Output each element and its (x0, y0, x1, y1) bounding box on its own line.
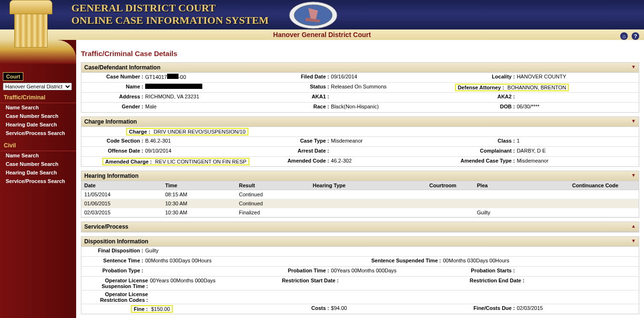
probation-time-value: 00Years 00Months 000Days (331, 268, 396, 275)
charge-label: Charge : (129, 129, 152, 135)
op-lic-restr-label: Operator License Restriction Codes : (83, 291, 150, 303)
sidebar-traffic-name-search[interactable]: Name Search (0, 103, 76, 112)
probation-time-label: Probation Time : (269, 268, 331, 275)
hearing-plea: Guilty (474, 208, 569, 217)
service-process-section: Service/Process ▲ (81, 222, 639, 232)
class-label: Class : (455, 138, 517, 145)
fine-value: $150.00 (151, 306, 170, 312)
filed-date-value: 09/16/2014 (331, 74, 357, 81)
hearing-table-header: Date Time Result Hearing Type Courtroom … (81, 181, 639, 190)
hearing-result: Finalized (236, 208, 310, 217)
collapse-icon[interactable]: ▼ (631, 64, 636, 69)
fine-costs-due-label: Fine/Costs Due : (455, 305, 517, 313)
sidebar-traffic-case-number-search[interactable]: Case Number Search (0, 112, 76, 120)
costs-value: $94.00 (331, 305, 347, 313)
charge-value: DRIV UNDER REVO/SUSPENSION/10 (154, 129, 246, 135)
case-number-label: Case Number : (83, 74, 145, 81)
sidebar-traffic-service-process-search[interactable]: Service/Process Search (0, 129, 76, 137)
collapse-icon[interactable]: ▼ (631, 118, 636, 124)
sidebar-civil-heading: Civil (0, 140, 76, 151)
hearing-result: Continued (236, 190, 310, 199)
code-section-value: B.46.2-301 (145, 138, 171, 145)
address-label: Address : (83, 94, 145, 101)
table-row: 11/05/201408:15 AMContinued (81, 190, 639, 199)
disposition-heading[interactable]: Disposition Information ▼ (81, 237, 639, 247)
race-label: Race : (269, 104, 331, 111)
expand-icon[interactable]: ▲ (631, 223, 636, 229)
sidebar-civil-service-process-search[interactable]: Service/Process Search (0, 177, 76, 185)
class-value: 1 (517, 138, 520, 145)
state-seal (287, 1, 339, 29)
case-defendant-section: Case/Defendant Information ▼ Case Number… (81, 62, 639, 113)
offense-date-value: 09/10/2014 (145, 148, 171, 155)
address-value: RICHMOND, VA 23231 (145, 94, 199, 101)
case-number-value: GT14017-00 (145, 74, 186, 81)
amended-charge-label: Amended Charge : (105, 159, 154, 164)
service-process-heading[interactable]: Service/Process ▲ (81, 222, 639, 232)
sidebar: Court Hanover General District Traffic/C… (0, 40, 76, 318)
gender-value: Male (145, 104, 157, 111)
case-type-label: Case Type : (269, 138, 331, 145)
probation-starts-label: Probation Starts : (455, 268, 517, 275)
hearing-courtroom (426, 199, 474, 208)
fine-costs-due-value: 02/03/2015 (517, 305, 543, 313)
home-icon[interactable]: ⌂ (620, 32, 628, 40)
sentence-suspended-label: Sentence Suspended Time : (362, 258, 443, 265)
sidebar-civil-hearing-date-search[interactable]: Hearing Date Search (0, 168, 76, 177)
app-header: GENERAL DISTRICT COURT ONLINE CASE INFOR… (0, 0, 644, 29)
restriction-end-label: Restriction End Date : (455, 278, 526, 289)
hearing-date: 01/06/2015 (81, 199, 162, 208)
aka1-label: AKA1 : (269, 94, 331, 101)
final-disposition-label: Final Disposition : (83, 248, 145, 255)
sidebar-traffic-hearing-date-search[interactable]: Hearing Date Search (0, 120, 76, 129)
final-disposition-value: Guilty (145, 248, 159, 255)
amended-case-type-label: Amended Case Type : (455, 158, 517, 165)
name-value (145, 84, 202, 91)
hearing-time: 08:15 AM (162, 190, 236, 199)
help-icon[interactable]: ? (632, 32, 639, 40)
hearing-heading[interactable]: Hearing Information ▼ (81, 171, 639, 181)
disposition-section: Disposition Information ▼ Final Disposit… (81, 236, 639, 314)
app-title: GENERAL DISTRICT COURT ONLINE CASE INFOR… (71, 2, 269, 27)
sidebar-civil-name-search[interactable]: Name Search (0, 151, 76, 160)
amended-code-value: 46.2-302 (331, 158, 351, 165)
offense-date-label: Offense Date : (83, 148, 145, 155)
hearing-continuance (569, 199, 639, 208)
locality-label: Locality : (455, 74, 517, 81)
gender-label: Gender : (83, 104, 145, 111)
amended-case-type-value: Misdemeanor (517, 158, 549, 165)
page-title: Traffic/Criminal Case Details (81, 49, 639, 58)
hearing-plea (474, 199, 569, 208)
sidebar-civil-case-number-search[interactable]: Case Number Search (0, 160, 76, 168)
costs-label: Costs : (269, 305, 331, 313)
hearing-continuance (569, 208, 639, 217)
status-label: Status : (269, 84, 331, 91)
hearing-section: Hearing Information ▼ Date Time Result H… (81, 171, 639, 218)
arrest-date-label: Arrest Date : (269, 148, 331, 155)
hearing-plea (474, 190, 569, 199)
restriction-start-label: Restriction Start Date : (269, 278, 340, 289)
hearing-continuance (569, 190, 639, 199)
dob-label: DOB : (455, 104, 517, 111)
sentence-time-value: 00Months 030Days 00Hours (145, 258, 211, 265)
fine-label: Fine : (134, 306, 149, 312)
amended-code-label: Amended Code : (269, 158, 331, 165)
aka2-label: AKA2 : (455, 94, 517, 101)
charge-heading[interactable]: Charge Information ▼ (81, 117, 639, 127)
hearing-type (310, 199, 426, 208)
collapse-icon[interactable]: ▼ (631, 238, 636, 243)
table-row: 02/03/201510:30 AMFinalizedGuilty (81, 208, 639, 217)
pillar-logo (10, 0, 52, 48)
probation-type-label: Probation Type : (83, 268, 145, 275)
hearing-courtroom (426, 208, 474, 217)
collapse-icon[interactable]: ▼ (631, 173, 636, 178)
main-content: Traffic/Criminal Case Details Case/Defen… (76, 40, 644, 318)
race-value: Black(Non-Hispanic) (331, 104, 378, 111)
court-select[interactable]: Hanover General District (3, 83, 72, 90)
defense-attorney-value: BOHANNON, BRENTON (507, 85, 566, 90)
op-lic-susp-label: Operator License Suspension Time : (83, 278, 150, 289)
case-defendant-heading[interactable]: Case/Defendant Information ▼ (81, 63, 639, 73)
locality-value: HANOVER COUNTY (517, 74, 566, 81)
court-name-bar: Hanover General District Court ⌂ ? (0, 29, 644, 40)
case-type-value: Misdemeanor (331, 138, 363, 145)
